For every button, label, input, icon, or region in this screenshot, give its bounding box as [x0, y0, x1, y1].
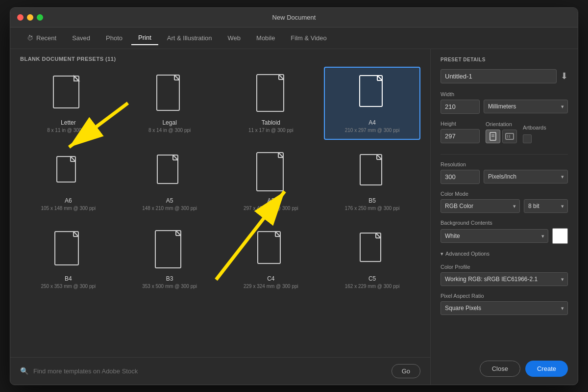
- pixel-aspect-wrapper: Square Pixels: [441, 301, 568, 315]
- left-panel: BLANK DOCUMENT PRESETS (11): [10, 49, 431, 385]
- width-unit-select[interactable]: Millimeters Inches Pixels: [484, 100, 568, 113]
- landscape-button[interactable]: [502, 130, 517, 143]
- tab-photo[interactable]: Photo: [99, 31, 129, 45]
- bottom-bar: 🔍 Go: [10, 357, 430, 385]
- artboards-label: Artboards: [523, 125, 546, 131]
- preset-a3[interactable]: A3 297 x 420 mm @ 300 ppi: [223, 145, 319, 218]
- preset-c4-size: 229 x 324 mm @ 300 ppi: [244, 284, 298, 289]
- color-mode-select[interactable]: RGB Color CMYK Color Grayscale: [441, 199, 520, 213]
- preset-a4[interactable]: A4 210 x 297 mm @ 300 ppi: [324, 67, 420, 140]
- doc-icon-letter: [51, 74, 85, 115]
- bg-contents-row: White Black Transparent Background Color: [441, 228, 568, 244]
- close-window-button[interactable]: [17, 14, 24, 21]
- create-button[interactable]: Create: [525, 361, 568, 377]
- color-profile-row: Working RGB: sRGB IEC61966-2.1 sRGB IEC6…: [441, 272, 568, 286]
- pixel-aspect-select[interactable]: Square Pixels: [441, 301, 568, 315]
- preset-a5-name: A5: [166, 197, 173, 204]
- orientation-buttons: [486, 130, 517, 143]
- preset-b5[interactable]: B5 176 x 250 mm @ 300 ppi: [324, 145, 420, 218]
- bg-color-swatch[interactable]: [552, 228, 568, 244]
- search-icon: 🔍: [20, 367, 28, 375]
- presets-grid-container: Letter 8 x 11 in @ 300 ppi: [10, 67, 430, 357]
- search-input[interactable]: [33, 367, 387, 375]
- preset-b4[interactable]: B4 250 x 353 mm @ 300 ppi: [20, 223, 117, 296]
- artboards-checkbox[interactable]: [523, 134, 532, 143]
- tab-mobile[interactable]: Mobile: [249, 31, 282, 45]
- portrait-button[interactable]: [486, 130, 500, 143]
- preset-letter[interactable]: Letter 8 x 11 in @ 300 ppi: [20, 67, 117, 140]
- resolution-input[interactable]: [441, 170, 480, 184]
- svg-rect-13: [57, 157, 75, 182]
- minimize-window-button[interactable]: [27, 14, 33, 21]
- pixel-aspect-row: Square Pixels: [441, 301, 568, 315]
- preset-legal-size: 8 x 14 in @ 300 ppi: [148, 128, 191, 133]
- tab-web[interactable]: Web: [221, 31, 248, 45]
- height-label: Height: [441, 121, 480, 127]
- height-input[interactable]: [441, 129, 480, 143]
- maximize-window-button[interactable]: [37, 14, 43, 21]
- pixel-aspect-label: Pixel Aspect Ratio: [441, 293, 568, 299]
- preset-b4-name: B4: [65, 275, 72, 282]
- preset-legal-name: Legal: [162, 119, 176, 126]
- color-mode-label: Color Mode: [441, 191, 568, 197]
- color-mode-row: RGB Color CMYK Color Grayscale 8 bit 16 …: [441, 199, 568, 213]
- bit-depth-select[interactable]: 8 bit 16 bit 32 bit: [524, 199, 568, 213]
- preset-tabloid-name: Tabloid: [262, 119, 280, 126]
- preset-c4[interactable]: C4 229 x 324 mm @ 300 ppi: [223, 223, 319, 296]
- svg-rect-7: [257, 75, 284, 111]
- preset-b3[interactable]: B3 353 x 500 mm @ 300 ppi: [122, 223, 218, 296]
- close-button[interactable]: Close: [480, 361, 520, 377]
- color-profile-select[interactable]: Working RGB: sRGB IEC61966-2.1 sRGB IEC6…: [441, 272, 568, 286]
- preset-a6[interactable]: A6 105 x 148 mm @ 300 ppi: [20, 145, 117, 218]
- save-preset-icon[interactable]: ⬇: [561, 71, 568, 81]
- preset-legal[interactable]: Legal 8 x 14 in @ 300 ppi: [122, 67, 218, 140]
- width-input[interactable]: [441, 100, 480, 114]
- tab-saved[interactable]: Saved: [65, 31, 97, 45]
- doc-icon-b3: [152, 230, 187, 271]
- advanced-options-toggle[interactable]: ▾ Advanced Options: [441, 251, 568, 257]
- doc-icon-b4: [51, 230, 85, 271]
- resolution-unit-wrapper: Pixels/Inch Pixels/Cm: [484, 170, 568, 183]
- bg-contents-select[interactable]: White Black Transparent Background Color: [441, 229, 548, 243]
- color-profile-label: Color Profile: [441, 264, 568, 270]
- preset-a4-size: 210 x 297 mm @ 300 ppi: [345, 128, 400, 133]
- svg-rect-16: [157, 155, 178, 183]
- doc-icon-a6: [51, 152, 85, 193]
- resolution-unit-select[interactable]: Pixels/Inch Pixels/Cm: [484, 170, 568, 183]
- chevron-down-icon: ▾: [441, 251, 443, 257]
- dialog-title: New Document: [272, 14, 316, 21]
- preset-a3-name: A3: [268, 197, 275, 204]
- presets-grid: Letter 8 x 11 in @ 300 ppi: [20, 67, 420, 296]
- go-button[interactable]: Go: [392, 364, 420, 378]
- tab-art[interactable]: Art & Illustration: [160, 31, 219, 45]
- preset-tabloid[interactable]: Tabloid 11 x 17 in @ 300 ppi: [223, 67, 319, 140]
- tab-print[interactable]: Print: [131, 31, 158, 45]
- doc-icon-a4: [355, 74, 390, 115]
- window-controls: [17, 14, 43, 21]
- doc-icon-tabloid: [254, 74, 288, 115]
- orientation-label: Orientation: [486, 121, 517, 127]
- tab-film[interactable]: Film & Video: [284, 31, 333, 45]
- preset-details-label: PRESET DETAILS: [441, 57, 568, 62]
- preset-c5[interactable]: C5 162 x 229 mm @ 300 ppi: [324, 223, 420, 296]
- doc-name-input[interactable]: [441, 69, 557, 83]
- preset-letter-size: 8 x 11 in @ 300 ppi: [47, 128, 89, 133]
- bg-select-wrapper: White Black Transparent Background Color: [441, 229, 548, 243]
- preset-a4-name: A4: [368, 119, 376, 126]
- preset-letter-name: Letter: [61, 119, 76, 126]
- preset-a6-name: A6: [65, 197, 72, 204]
- doc-name-row: ⬇: [441, 69, 568, 83]
- doc-icon-a3: [254, 152, 288, 193]
- action-buttons: Close Create: [441, 353, 568, 377]
- new-document-dialog: New Document ⏱ Recent Saved Photo Print …: [10, 7, 578, 385]
- preset-b3-size: 353 x 500 mm @ 300 ppi: [142, 284, 197, 289]
- doc-icon-a5: [152, 152, 187, 193]
- tab-recent[interactable]: ⏱ Recent: [20, 31, 63, 45]
- preset-a3-size: 297 x 420 mm @ 300 ppi: [244, 206, 298, 211]
- preset-c4-name: C4: [267, 275, 274, 282]
- width-unit-wrapper: Millimeters Inches Pixels: [484, 100, 568, 113]
- tab-bar: ⏱ Recent Saved Photo Print Art & Illustr…: [10, 27, 578, 49]
- clock-icon: ⏱: [27, 34, 33, 42]
- preset-a5[interactable]: A5 148 x 210 mm @ 300 ppi: [122, 145, 218, 218]
- doc-icon-legal: [152, 74, 187, 115]
